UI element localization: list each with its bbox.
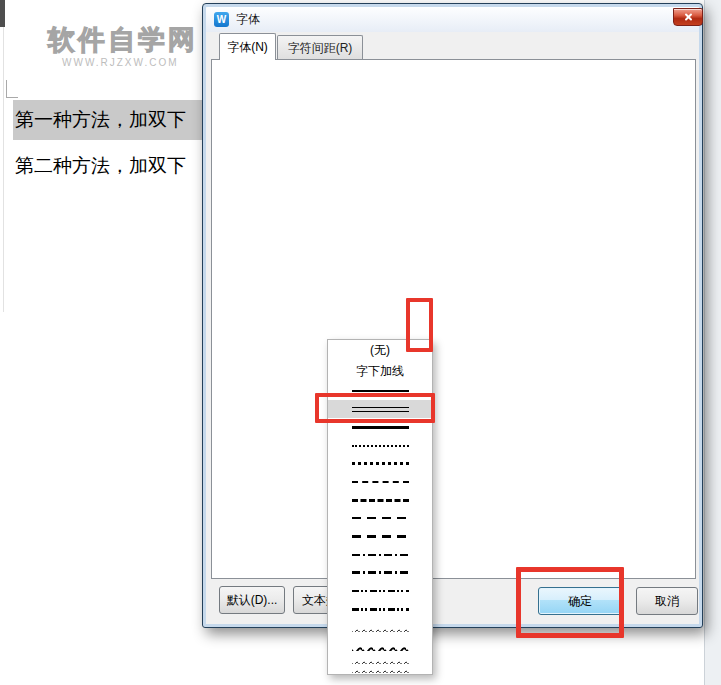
- underline-style-option[interactable]: [328, 455, 432, 473]
- highlight-box-double-line-option: [315, 393, 435, 423]
- underline-style-option[interactable]: xxxxxxxxxxxxxxxxxxxxxxxx: [328, 637, 432, 655]
- tab-font[interactable]: 字体(N): [219, 33, 276, 60]
- long-dash-line-sample: [352, 517, 409, 519]
- close-button[interactable]: [673, 8, 703, 26]
- dash-dot-dot-thick-line-sample: [352, 608, 409, 611]
- app-logo-icon: W: [214, 12, 229, 27]
- close-icon: [684, 13, 693, 22]
- underline-style-option[interactable]: [328, 437, 432, 455]
- solid-line-sample: [352, 390, 409, 392]
- tab-character-spacing[interactable]: 字符间距(R): [277, 35, 363, 60]
- wavy-line-sample: xxxxxxxxxxxxxxxxxxxxxxxx: [352, 655, 409, 664]
- dashed-thick-line-sample: [352, 499, 409, 502]
- wavy-line-sample: xxxxxxxxxxxxxxxxxxxxxxxx: [352, 641, 409, 651]
- dash-dot-line-sample: [352, 554, 409, 556]
- underline-style-option[interactable]: [328, 546, 432, 564]
- dash-dot-dot-line-sample: [352, 590, 409, 592]
- underline-style-option[interactable]: xxxxxxxxxxxxxxxxxxxxxxxx: [328, 618, 432, 636]
- wavy-line-sample: xxxxxxxxxxxxxxxxxxxxxxxx: [352, 664, 409, 673]
- font-dialog: W 字体 字体(N) 字符间距(R) 中文字体(T): +中文正文 字形(Y):…: [202, 3, 703, 628]
- underline-style-option[interactable]: [328, 473, 432, 491]
- window-edge-fragment: [0, 0, 5, 27]
- document-line-selected: 第一种方法，加双下: [13, 100, 205, 140]
- highlight-box-dropdown-arrow: [406, 298, 433, 352]
- text-boundary-corner-mark: [6, 80, 18, 98]
- page-edge-line: [3, 27, 4, 312]
- dotted-thick-line-sample: [352, 462, 409, 465]
- default-button[interactable]: 默认(D)...: [219, 586, 285, 614]
- dash-dot-thick-line-sample: [352, 571, 409, 574]
- wavy-line-sample: xxxxxxxxxxxxxxxxxxxxxxxx: [352, 623, 409, 632]
- dialog-titlebar[interactable]: W 字体: [206, 7, 699, 32]
- watermark-text: 软件自学网: [48, 22, 198, 58]
- document-line: 第二种方法，加双下: [13, 146, 188, 186]
- underline-style-option[interactable]: xxxxxxxxxxxxxxxxxxxxxxxxxxxxxxxxxxxxxxxx…: [328, 655, 432, 673]
- underline-style-option[interactable]: 字下加线: [328, 360, 432, 382]
- underline-style-option[interactable]: [328, 491, 432, 509]
- underline-style-option[interactable]: [328, 582, 432, 600]
- dialog-title: 字体: [236, 11, 260, 28]
- highlight-box-ok-button: [516, 567, 624, 638]
- underline-style-option[interactable]: [328, 564, 432, 582]
- cancel-button[interactable]: 取消: [636, 587, 698, 615]
- watermark-url: WWW.RJZXW.COM: [62, 57, 179, 68]
- underline-style-option[interactable]: [328, 600, 432, 618]
- underline-style-menu[interactable]: (无)字下加线xxxxxxxxxxxxxxxxxxxxxxxxxxxxxxxxx…: [327, 339, 433, 675]
- dashed-line-sample: [352, 481, 409, 483]
- long-dash-thick-line-sample: [352, 535, 409, 538]
- thick-line-sample: [352, 426, 409, 429]
- dotted-line-sample: [352, 445, 409, 447]
- document-scrollbar-strip[interactable]: [704, 0, 721, 685]
- underline-style-option[interactable]: [328, 509, 432, 527]
- underline-style-option[interactable]: [328, 528, 432, 546]
- font-tab-page: [211, 59, 696, 579]
